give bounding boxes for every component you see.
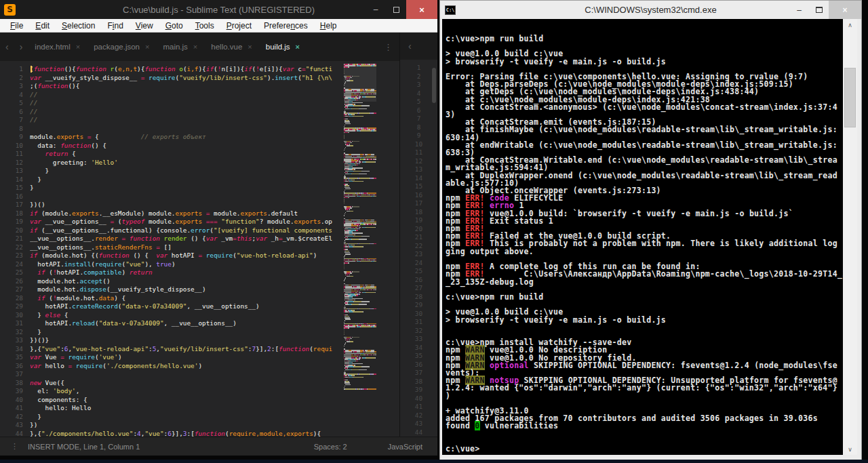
line-number: 23	[0, 251, 30, 260]
secondary-pane: ‹ 12345678910111213141516171819202122232…	[399, 33, 437, 437]
menu-item-find[interactable]: Find	[101, 19, 129, 33]
line-number: 15	[0, 184, 30, 193]
menu-item-goto[interactable]: Goto	[159, 19, 189, 33]
line-number: 24	[400, 259, 437, 268]
line-number: 15	[400, 182, 437, 191]
menu-item-preferences[interactable]: Preferences	[258, 19, 314, 33]
code-line: //	[30, 108, 344, 117]
console-line: at finishMaybe (c:\vue\node_modules\read…	[446, 126, 840, 134]
tab-label: index.html	[35, 43, 70, 51]
line-number: 42	[400, 411, 437, 420]
tab-close-icon[interactable]: ×	[248, 43, 252, 51]
console-scrollbar-thumb[interactable]	[844, 68, 856, 127]
menu-item-edit[interactable]: Edit	[29, 19, 56, 33]
line-number: 34	[400, 344, 437, 353]
code-line: __vue__options__.staticRenderFns = []	[30, 243, 344, 252]
menu-item-file[interactable]: File	[4, 19, 29, 33]
line-number: 7	[400, 115, 437, 123]
tab-overflow-icon[interactable]: ⋮	[384, 42, 393, 52]
minimap[interactable]	[344, 64, 376, 437]
console-line: > browserify -t vueify -e main.js -o bui…	[446, 317, 840, 324]
line-number: 10	[0, 142, 30, 150]
menu-item-selection[interactable]: Selection	[56, 19, 101, 33]
console-line: ging output above.	[446, 248, 840, 256]
tab-close-icon[interactable]: ×	[145, 43, 149, 51]
line-number: 41	[0, 404, 30, 413]
close-button[interactable]: ×	[406, 0, 437, 19]
console-line: at endWritable (c:\vue\node_modules\read…	[446, 142, 840, 149]
line-number: 35	[0, 353, 30, 362]
code-editor[interactable]: 1234567891011121314151617181920212223242…	[0, 61, 399, 437]
cmd-maximize-button[interactable]	[809, 1, 829, 19]
sublime-titlebar[interactable]: S C:\vue\build.js - Sublime Text (UNREGI…	[0, 0, 437, 19]
sublime-window: S C:\vue\build.js - Sublime Text (UNREGI…	[0, 0, 437, 456]
menu-item-tools[interactable]: Tools	[189, 19, 220, 33]
line-number: 40	[400, 395, 437, 403]
chevron-left-icon[interactable]: ‹	[408, 41, 412, 52]
code-area[interactable]: (function(){function r(e,n,t){function o…	[30, 61, 344, 437]
line-number: 12	[400, 157, 437, 166]
line-number: 38	[0, 379, 30, 388]
menu-item-project[interactable]: Project	[220, 19, 258, 33]
console-line: found 0 vulnerabilities	[446, 422, 840, 430]
line-number: 17	[400, 199, 437, 208]
code-line: } else {	[30, 311, 344, 320]
tab-package.json[interactable]: package.json×	[87, 33, 156, 61]
tab-index.html[interactable]: index.html×	[28, 33, 87, 61]
code-line: },{"vue":6,"vue-hot-reload-api":5,"vueif…	[30, 345, 344, 354]
secondary-pane-gutter[interactable]: 1234567891011121314151617181920212223242…	[400, 60, 437, 437]
line-number: 6	[0, 108, 30, 117]
code-line: //	[30, 116, 344, 125]
code-line: var hello = require('./components/hello.…	[30, 362, 344, 371]
code-line: })	[30, 421, 344, 430]
tabs-scroll-left-icon[interactable]: ‹	[0, 41, 14, 52]
scroll-up-icon[interactable]: ∧	[843, 19, 857, 31]
console-scrollbar[interactable]: ∧ ∨	[843, 19, 857, 455]
scroll-down-icon[interactable]: ∨	[843, 443, 857, 455]
console-output[interactable]: c:\vue>npm run build > vue@1.0.0 build c…	[442, 19, 843, 455]
tab-close-icon[interactable]: ×	[76, 43, 80, 51]
line-number: 19	[400, 216, 437, 225]
line-number: 32	[0, 328, 30, 337]
code-line: if (!hotAPI.compatible) return	[30, 268, 344, 277]
status-menu-icon[interactable]: ⋮	[0, 442, 28, 451]
line-number: 1	[0, 65, 30, 74]
cmd-window: C:\ C:\WINDOWS\system32\cmd.exe – × c:\v…	[439, 0, 862, 460]
status-indent[interactable]: Spaces: 2	[314, 443, 347, 451]
cmd-close-button[interactable]: ×	[829, 1, 861, 19]
minimize-button[interactable]: –	[366, 0, 386, 19]
code-line: hotAPI.reload("data-v-07a34009", __vue__…	[30, 319, 344, 328]
editor-scroll-track[interactable]	[376, 61, 399, 437]
tabs-scroll-right-icon[interactable]: ›	[14, 41, 28, 52]
console-line: c:\vue>	[446, 445, 840, 453]
line-number: 30	[0, 311, 30, 320]
tab-bar: ‹ › index.html×package.json×main.js×hell…	[0, 33, 399, 61]
cmd-titlebar[interactable]: C:\ C:\WINDOWS\system32\cmd.exe – ×	[440, 1, 861, 19]
cmd-maximize-icon	[816, 7, 823, 13]
line-number: 29	[0, 302, 30, 311]
line-number: 16	[0, 193, 30, 201]
tab-hello.vue[interactable]: hello.vue×	[204, 33, 258, 61]
code-line: hello: Hello	[30, 404, 344, 413]
code-line: if (module.exports.__esModule) module.ex…	[30, 209, 344, 218]
tab-close-icon[interactable]: ×	[296, 43, 300, 51]
status-syntax[interactable]: JavaScript	[388, 443, 422, 451]
code-line: hotAPI.createRecord("data-v-07a34009", _…	[30, 302, 344, 311]
line-number: 42	[0, 413, 30, 422]
line-number-gutter: 1234567891011121314151617181920212223242…	[0, 61, 30, 437]
code-line: }	[30, 184, 344, 193]
line-number: 21	[400, 233, 437, 242]
tab-main.js[interactable]: main.js×	[156, 33, 204, 61]
console-line: )	[446, 392, 840, 400]
tab-build.js[interactable]: build.js×	[259, 33, 307, 61]
maximize-button[interactable]	[386, 0, 406, 19]
console-line: c:\vue>npm run build	[446, 35, 840, 43]
menu-item-help[interactable]: Help	[314, 19, 343, 33]
code-line: var Vue = require('vue')	[30, 353, 344, 362]
cmd-minimize-button[interactable]: –	[789, 1, 809, 19]
line-number: 29	[400, 301, 437, 310]
menu-item-view[interactable]: View	[130, 19, 159, 33]
secondary-pane-scrollbar[interactable]	[432, 68, 436, 103]
tab-close-icon[interactable]: ×	[193, 43, 197, 51]
line-number: 33	[400, 335, 437, 344]
